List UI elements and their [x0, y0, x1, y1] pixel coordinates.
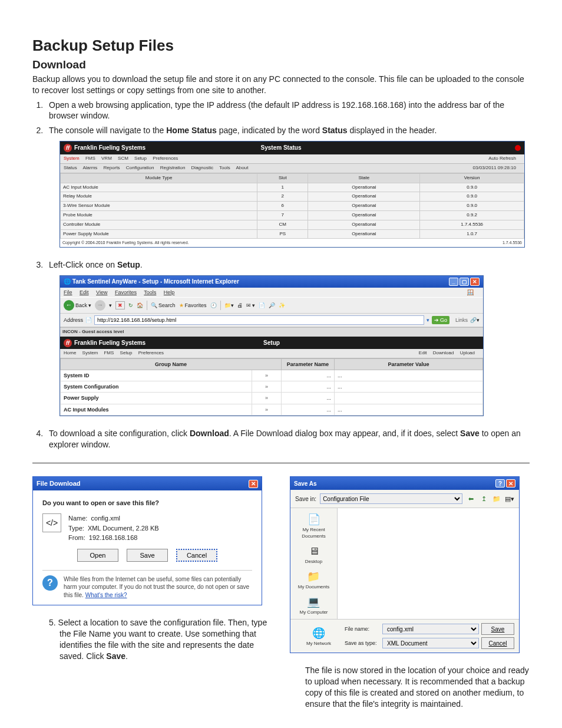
tab-fms[interactable]: FMS — [104, 350, 114, 355]
maximize-icon[interactable]: ▢ — [459, 278, 469, 286]
t: Download — [190, 429, 229, 438]
t: page, indicated by the word — [217, 126, 322, 135]
back-icon[interactable]: ⬅ — [466, 494, 475, 503]
t: Home Status — [166, 126, 217, 135]
file-list-area[interactable] — [338, 508, 519, 619]
subtab[interactable]: Alarms — [82, 165, 97, 170]
tab-scm[interactable]: SCM — [118, 156, 128, 161]
tab-preferences[interactable]: Preferences — [138, 350, 164, 355]
subtab[interactable]: Tools — [219, 165, 230, 170]
tab-home[interactable]: Home — [64, 350, 76, 355]
toolbar-icon[interactable]: 📄 — [259, 302, 265, 309]
subtab[interactable]: Configuration — [126, 165, 154, 170]
tab-system[interactable]: System — [82, 350, 98, 355]
menu-item[interactable]: Help — [164, 289, 175, 295]
tab-setup[interactable]: Setup — [120, 350, 133, 355]
table-row[interactable]: System Configuration»...... — [61, 381, 483, 393]
col-header: Version — [420, 173, 524, 183]
save-type-select[interactable]: XML Document — [382, 638, 479, 648]
file-type-icon: </> — [42, 513, 61, 532]
window-title: Tank Sentinel AnyWare - Setup - Microsof… — [72, 278, 239, 285]
setup-table: Group Name Parameter Name Parameter Valu… — [60, 358, 483, 416]
sidebar-item-desktop[interactable]: 🖥Desktop — [305, 543, 323, 565]
sidebar-item-recent[interactable]: 📄My Recent Documents — [292, 512, 336, 540]
tab-setup[interactable]: Setup — [134, 156, 147, 161]
table-row[interactable]: Power Supply»... — [61, 393, 483, 404]
toolbar-icon[interactable]: ✉ ▾ — [246, 302, 256, 309]
sidebar-item-documents[interactable]: 📁My Documents — [298, 569, 329, 591]
auto-refresh-label[interactable]: Auto Refresh — [488, 156, 516, 161]
toolbar-icon[interactable]: ✨ — [279, 302, 285, 309]
up-icon[interactable]: ↥ — [479, 494, 488, 503]
history-icon[interactable]: 🕘 — [210, 302, 217, 309]
open-button[interactable]: Open — [77, 549, 118, 562]
home-icon[interactable]: 🏠 — [137, 302, 143, 309]
back-button[interactable]: ←Back ▾ — [64, 300, 91, 311]
brand-logo-icon: ff — [64, 144, 72, 152]
t: . A File Download dialog box may appear,… — [229, 429, 460, 438]
save-button[interactable]: Save — [127, 549, 168, 562]
action-upload[interactable]: Upload — [460, 350, 475, 355]
sidebar-item-computer[interactable]: 💻My Computer — [299, 594, 328, 616]
subtab[interactable]: Status — [64, 165, 77, 170]
page-title: Backup Setup Files — [32, 35, 530, 56]
toolbar-icon[interactable]: 📁▾ — [224, 302, 234, 309]
save-button[interactable]: Save — [481, 623, 514, 635]
value: 192.168.168.168 — [89, 534, 138, 541]
tab-system[interactable]: System — [64, 156, 80, 161]
menu-bar[interactable]: File Edit View Favorites Tools Help 🪟 — [60, 288, 483, 297]
label: Name: — [68, 515, 87, 522]
address-label: Address — [64, 317, 83, 324]
help-icon[interactable]: ? — [495, 479, 505, 487]
address-input[interactable] — [94, 315, 424, 325]
page-icon: 📄 — [85, 317, 92, 324]
go-button[interactable]: ➔ Go — [432, 316, 449, 324]
filename-input[interactable]: config.xml — [382, 624, 479, 634]
toolbar-icon[interactable]: 🔎 — [269, 302, 275, 309]
version-text: 1.7.4.5536 — [503, 240, 522, 245]
new-folder-icon[interactable]: 📁 — [492, 494, 501, 503]
subtab[interactable]: Diagnostic — [191, 165, 213, 170]
action-edit[interactable]: Edit — [419, 350, 427, 355]
minimize-icon[interactable]: _ — [449, 278, 458, 286]
cancel-button[interactable]: Cancel — [481, 637, 514, 649]
refresh-icon[interactable]: ↻ — [128, 302, 133, 309]
forward-button[interactable]: → — [95, 300, 105, 311]
t: The console will navigate to the — [49, 126, 166, 135]
step-4: To download a site configuration, click … — [45, 428, 530, 450]
sidebar-item-network[interactable]: 🌐My Network — [295, 625, 342, 647]
favorites-button[interactable]: ★Favorites — [179, 302, 207, 309]
menu-item[interactable]: Favorites — [115, 289, 137, 295]
views-icon[interactable]: ▤▾ — [505, 494, 514, 503]
menu-item[interactable]: File — [64, 289, 72, 295]
cancel-button[interactable]: Cancel — [176, 549, 217, 562]
menu-item[interactable]: View — [96, 289, 107, 295]
table-row[interactable]: System ID»...... — [61, 370, 483, 381]
tab-vrm[interactable]: VRM — [101, 156, 112, 161]
status-dot-icon — [515, 145, 521, 151]
subtab[interactable]: Reports — [104, 165, 120, 170]
links-icon[interactable]: 🔗▾ — [470, 317, 480, 324]
search-button[interactable]: 🔍Search — [151, 302, 176, 309]
table-row[interactable]: AC Input Modules»...... — [61, 404, 483, 415]
subtab[interactable]: About — [236, 165, 249, 170]
save-in-select[interactable]: Configuration File — [320, 493, 462, 504]
save-type-label: Save as type: — [345, 640, 380, 647]
action-download[interactable]: Download — [433, 350, 454, 355]
links-label[interactable]: Links — [455, 317, 468, 324]
toolbar-icon[interactable]: 🖨 — [237, 302, 243, 309]
menu-item[interactable]: Tools — [144, 289, 156, 295]
tab-fms[interactable]: FMS — [85, 156, 95, 161]
risk-link[interactable]: What's the risk? — [85, 592, 127, 598]
subtab[interactable]: Registration — [160, 165, 186, 170]
tab-preferences[interactable]: Preferences — [153, 156, 178, 161]
value: config.xml — [91, 515, 121, 522]
close-icon[interactable]: ✕ — [249, 480, 258, 488]
close-icon[interactable]: ✕ — [470, 278, 480, 286]
step-1: Open a web browsing application, type th… — [45, 100, 530, 122]
stop-icon[interactable]: ✖ — [115, 301, 125, 309]
menu-item[interactable]: Edit — [80, 289, 89, 295]
table-row: AC Input Module1Operational0.9.0 — [61, 183, 524, 192]
figure-ie-setup: 🌐 Tank Sentinel AnyWare - Setup - Micros… — [59, 275, 530, 416]
close-icon[interactable]: ✕ — [506, 479, 515, 487]
